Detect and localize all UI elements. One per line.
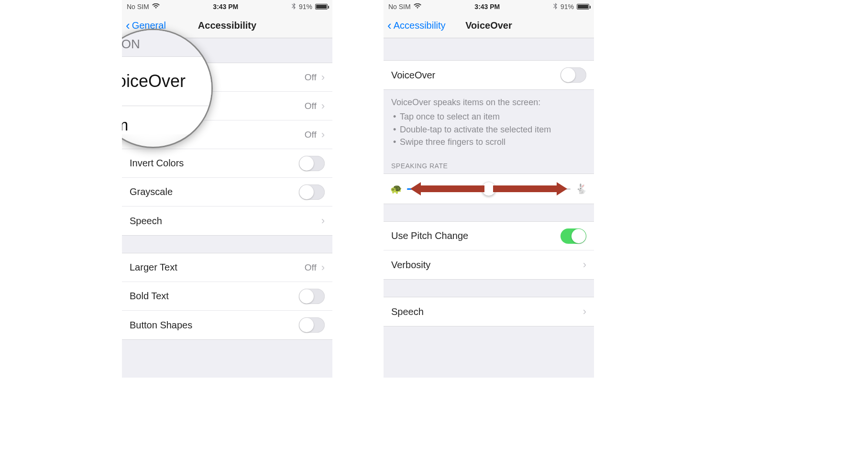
switch-voiceover[interactable] [560, 67, 586, 83]
page-title: VoiceOver [465, 20, 512, 31]
chevron-right-icon: › [321, 100, 325, 112]
status-bar: No SIM 3:43 PM 91% [122, 0, 332, 13]
desc-item: Swipe three fingers to scroll [391, 136, 586, 148]
battery-pct-label: 91% [299, 3, 312, 11]
row-value: Off [305, 130, 317, 140]
back-label: Accessibility [394, 20, 446, 31]
row-larger-text[interactable]: Larger Text Off › [122, 253, 332, 282]
voiceover-toggle-group: VoiceOver [384, 60, 594, 90]
speech-group: Speech › [384, 297, 594, 326]
row-grayscale[interactable]: Grayscale [122, 178, 332, 206]
row-label: Speech [391, 306, 424, 317]
clock-label: 3:43 PM [474, 3, 500, 11]
row-label: Verbosity [391, 260, 430, 271]
chevron-left-icon: ‹ [387, 18, 392, 33]
lens-voiceover-label: VoiceOver [122, 56, 211, 106]
chevron-right-icon: › [583, 259, 586, 271]
row-label: VoiceOver [391, 70, 435, 81]
row-label: Button Shapes [130, 320, 192, 331]
row-button-shapes[interactable]: Button Shapes [122, 311, 332, 339]
clock-label: 3:43 PM [213, 3, 238, 11]
chevron-right-icon: › [321, 129, 325, 141]
chevron-right-icon: › [321, 261, 325, 274]
row-value: Off [305, 101, 317, 111]
phone-accessibility: No SIM 3:43 PM 91% ‹ General Accessibili… [122, 0, 332, 378]
rabbit-icon: 🐇 [575, 183, 587, 195]
back-button-accessibility[interactable]: ‹ Accessibility [387, 13, 446, 38]
status-bar: No SIM 3:43 PM 91% [384, 0, 594, 13]
section-gap [122, 236, 332, 253]
chevron-left-icon: ‹ [126, 18, 130, 33]
chevron-right-icon: › [321, 215, 325, 227]
pitch-verbosity-group: Use Pitch Change Verbosity › [384, 221, 594, 280]
chevron-right-icon: › [321, 71, 325, 84]
bluetooth-icon [292, 3, 296, 11]
row-label: Speech [130, 216, 162, 227]
section-gap [384, 280, 594, 297]
row-value: Off [305, 262, 317, 273]
wifi-icon [152, 3, 160, 11]
battery-pct-label: 91% [560, 3, 574, 11]
row-label: Larger Text [130, 262, 177, 273]
row-voiceover-toggle[interactable]: VoiceOver [384, 61, 594, 89]
slider-knob[interactable] [482, 182, 496, 196]
battery-icon [577, 4, 589, 10]
carrier-label: No SIM [127, 3, 149, 11]
tortoise-icon: 🐢 [390, 183, 402, 195]
speaking-rate-slider[interactable] [407, 188, 571, 190]
desc-heading: VoiceOver speaks items on the screen: [391, 97, 586, 108]
battery-icon [315, 4, 328, 10]
text-group: Larger Text Off › Bold Text Button Shape… [122, 253, 332, 340]
bluetooth-icon [553, 3, 558, 11]
nav-bar: ‹ Accessibility VoiceOver [384, 13, 594, 38]
row-label: Grayscale [130, 186, 173, 197]
switch-button-shapes[interactable] [299, 317, 325, 333]
row-invert-colors[interactable]: Invert Colors [122, 149, 332, 178]
switch-use-pitch-change[interactable] [560, 228, 586, 244]
row-label: Use Pitch Change [391, 230, 468, 241]
speaking-rate-slider-row: 🐢 🐇 [384, 174, 594, 204]
page-title: Accessibility [198, 20, 256, 31]
desc-item: Double-tap to activate the selected item [391, 124, 586, 135]
row-verbosity[interactable]: Verbosity › [384, 250, 594, 279]
carrier-label: No SIM [388, 3, 411, 11]
section-header-speaking-rate: SPEAKING RATE [384, 153, 594, 174]
row-label: Invert Colors [130, 158, 184, 169]
switch-grayscale[interactable] [299, 185, 325, 200]
section-gap [384, 38, 594, 60]
row-bold-text[interactable]: Bold Text [122, 282, 332, 311]
row-value: Off [305, 72, 317, 83]
row-label: Bold Text [130, 291, 169, 302]
chevron-right-icon: › [583, 305, 586, 318]
switch-bold-text[interactable] [299, 289, 325, 304]
voiceover-description: VoiceOver speaks items on the screen: Ta… [384, 90, 594, 153]
row-speech[interactable]: Speech › [384, 297, 594, 326]
row-speech[interactable]: Speech › [122, 206, 332, 235]
wifi-icon [414, 3, 421, 11]
desc-item: Tap once to select an item [391, 111, 586, 122]
row-use-pitch-change[interactable]: Use Pitch Change [384, 222, 594, 250]
switch-invert-colors[interactable] [299, 156, 325, 171]
section-gap [384, 204, 594, 221]
phone-voiceover: No SIM 3:43 PM 91% ‹ Accessibility Voice… [384, 0, 594, 378]
